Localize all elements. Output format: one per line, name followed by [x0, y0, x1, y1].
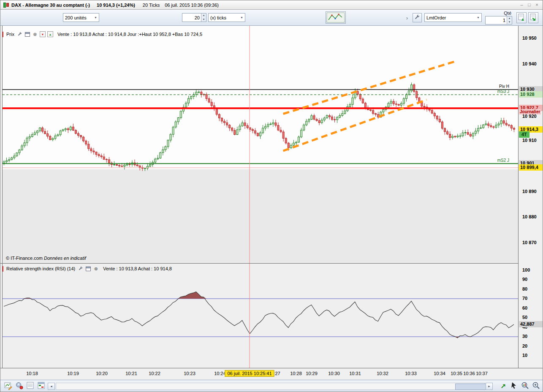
qty-input[interactable]: 1 ▲▼ [485, 16, 512, 24]
axis-label: 100 [522, 267, 530, 273]
rsi-close-button[interactable]: ⊗ [93, 266, 99, 272]
pointer-mode-button[interactable] [510, 381, 519, 391]
time-label: 10:32 [369, 371, 396, 376]
main-toolbar: 200 unités ▼ 20 ▲▼ (x) ticks ▼ › [0, 10, 543, 26]
axis-label: 10 880 [522, 214, 537, 220]
axis-label: 10 950 [522, 35, 537, 41]
price-panel-title: Prix [6, 32, 14, 37]
maximize-button[interactable]: □ [526, 2, 532, 8]
order-type-select[interactable]: LmtOrder ▼ [424, 13, 482, 22]
axis-badge: 42,887 [519, 321, 543, 327]
price-axis-column: 10 95010 94010 93010 92810 922,7Journali… [518, 26, 543, 368]
chart-pattern-icon [326, 12, 345, 23]
title-last-price: 10 914,3 (+1,24%) [97, 3, 135, 8]
buy-arrow-button[interactable]: ▲ [47, 31, 53, 37]
time-label: 10:31 [342, 371, 369, 376]
rsi-detach-button[interactable] [85, 266, 91, 272]
alert-icon [15, 381, 24, 390]
rsi-settings-button[interactable] [78, 266, 84, 272]
axis-label: 10 920 [522, 113, 537, 120]
scroll-right-button[interactable]: ► [486, 383, 493, 390]
price-chart[interactable]: Piv HmS3 JmS2 J [3, 26, 518, 263]
price-quote-line: Vente : 10 913,8 Achat : 10 914,8 Jour :… [57, 32, 202, 37]
level-label: mS3 J [497, 89, 509, 94]
rsi-chart[interactable] [3, 264, 518, 368]
alerts-button[interactable] [15, 381, 24, 391]
positions-grid-icon [37, 381, 46, 390]
units-select-value: 200 unités [65, 15, 87, 20]
chart-left-border [2, 26, 3, 368]
zoom-selection-button[interactable] [521, 381, 530, 391]
panel-focus-marker [3, 32, 3, 37]
rsi-panel-title: Relative strength index (RSI) (14) [6, 266, 75, 271]
price-panel-header: Prix ⊗ ▼ ▲ Vente : 10 913,8 Achat : 10 9… [3, 31, 202, 38]
timeframe-type-select[interactable]: (x) ticks ▼ [208, 13, 245, 22]
copyright-note: Données en indicatif [44, 256, 86, 261]
copyright-text: © IT-Finance.com [6, 256, 43, 261]
price-close-button[interactable]: ⊗ [32, 32, 38, 37]
out-of-range-area [3, 169, 518, 263]
zoom-chart-icon [521, 381, 529, 390]
time-label: 10:18 [19, 371, 46, 376]
window-controls: – □ × [519, 2, 540, 8]
expand-chevron-icon[interactable]: › [406, 15, 408, 21]
price-detach-button[interactable] [24, 32, 30, 37]
magnifier-icon [532, 381, 540, 390]
axis-label: 90 [522, 276, 527, 283]
chart-scrollbar[interactable] [56, 383, 485, 390]
time-label: 10:19 [60, 371, 87, 376]
pattern-detector-button[interactable] [326, 11, 346, 24]
jump-to-last-button[interactable]: ↗ [499, 381, 508, 391]
axis-badge: 10 899,4 [519, 164, 543, 171]
axis-label: 20 [522, 343, 527, 349]
axis-label: 10 870 [522, 240, 537, 246]
title-datetime: 06 juil. 2015 10:36 (09:36) [165, 3, 219, 8]
axis-badge: 4T [519, 131, 529, 138]
title-interval: 20 Ticks [143, 3, 160, 8]
spin-up-icon: ▲ [507, 16, 512, 20]
time-axis: 10:1810:1910:2010:2110:2210:2310:24:2710… [0, 368, 543, 380]
ticks-count-input[interactable]: 20 ▲▼ [182, 13, 206, 22]
sell-arrow-button[interactable]: ▼ [40, 31, 46, 37]
chevron-down-icon: ▼ [239, 16, 243, 19]
rsi-panel-header: Relative strength index (RSI) (14) ⊗ Ven… [3, 265, 172, 272]
ticks-count-stepper[interactable]: ▲▼ [201, 14, 206, 22]
status-bar: ◄ ► ↗ [0, 380, 543, 392]
qty-stepper[interactable]: ▲▼ [507, 16, 512, 24]
trendline[interactable] [283, 62, 455, 114]
timeframe-type-value: (x) ticks [210, 15, 226, 20]
quick-buy-button[interactable] [516, 12, 527, 23]
axis-label: 10 [522, 352, 527, 359]
price-settings-button[interactable] [17, 32, 23, 37]
zoom-button[interactable] [532, 381, 541, 391]
scrollbar-thumb[interactable] [455, 384, 486, 390]
order-settings-button[interactable] [413, 13, 422, 22]
axis-label: 70 [522, 295, 527, 302]
drawing-tools-button[interactable] [4, 381, 13, 391]
wrench-icon [414, 14, 420, 20]
crosshair-time-tooltip: 06 juil. 2015 10:25:41 [225, 370, 274, 377]
overbought-fill [4, 292, 514, 299]
draw-on-chart-icon [4, 381, 13, 390]
minimize-button[interactable]: – [519, 2, 525, 8]
order-list-button[interactable] [26, 381, 35, 391]
units-select[interactable]: 200 unités ▼ [63, 13, 99, 22]
quick-sell-button[interactable] [528, 12, 538, 23]
window-icon [25, 32, 30, 37]
spin-down-icon: ▼ [201, 18, 206, 22]
scroll-left-button[interactable]: ◄ [48, 383, 55, 390]
axis-label: 10 890 [522, 188, 537, 195]
ticks-count-value: 20 [182, 15, 201, 20]
close-button[interactable]: × [534, 2, 540, 8]
positions-button[interactable] [37, 381, 46, 391]
axis-label: 80 [522, 286, 527, 292]
axis-badge: 10 928 [519, 91, 543, 98]
time-label: 10:37 [468, 371, 495, 376]
window-icon [86, 267, 91, 271]
instrument-icon [3, 3, 9, 8]
rsi-quote-line: Vente : 10 913,8 Achat : 10 914,8 [103, 266, 172, 271]
chart-area: Piv HmS3 JmS2 J Prix ⊗ ▼ ▲ Vente : 10 91… [0, 26, 543, 380]
axis-label: 60 [522, 305, 527, 311]
chevron-down-icon: ▼ [92, 16, 97, 19]
axis-label: 10 910 [522, 137, 537, 144]
